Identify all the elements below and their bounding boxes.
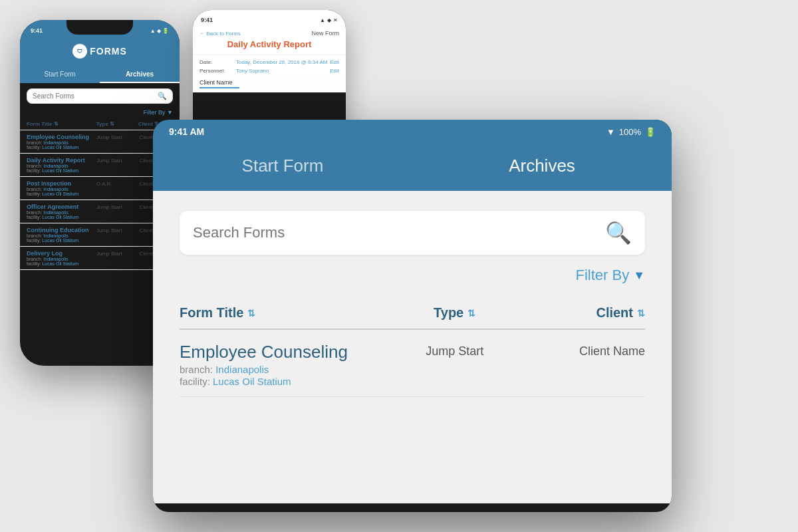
phone-left-title: FORMS [90, 46, 127, 57]
ipad-facility-value: Lucas Oil Statium [213, 376, 291, 387]
phone-row-title: Continuing Education [27, 227, 94, 233]
phone-left-col-title: Form Title ⇅ [27, 121, 96, 127]
ipad: 9:41 AM ▼ 100% 🔋 Start Form Archives 🔍 F… [153, 120, 672, 512]
phone-row-meta: branch: Indianapolis [27, 257, 94, 261]
phone-row-facility: facility: Lucas Oil Statium [27, 215, 94, 219]
phone-right-content: Date: Today, December 28, 2018 @ 8:34 AM… [193, 55, 346, 92]
phone-left-notch [66, 20, 133, 35]
phone-row-info: Employee Counseling branch: Indianapolis… [27, 134, 94, 150]
phone-row-info: Continuing Education branch: Indianapoli… [27, 227, 94, 243]
form-client-name-label: Client Name [200, 76, 339, 86]
phone-row-title: Employee Counseling [27, 134, 94, 140]
phone-row-meta: branch: Indianapolis [27, 187, 94, 192]
filter-arrow-icon: ▼ [633, 269, 645, 283]
phone-left-tabs: Start Form Archives [20, 66, 180, 83]
phone-row-info: Post Inspection branch: Indianapolis fac… [27, 180, 94, 196]
ipad-branch-value: Indianapolis [215, 364, 269, 375]
phone-row-facility: facility: Lucas Oil Statium [27, 145, 94, 150]
ipad-status-icons: ▼ 100% 🔋 [606, 127, 656, 137]
phone-row-info: Officer Agreement branch: Indianapolis f… [27, 203, 94, 219]
phone-left-filter[interactable]: Filter By ▼ [20, 109, 180, 118]
ipad-tab-start-form[interactable]: Start Form [153, 144, 412, 191]
phone-row-info: Delivery Log branch: Indianapolis facili… [27, 250, 94, 266]
battery-label: 100% [619, 127, 641, 137]
form-date-value: Today, December 28, 2018 @ 8:34 AM [236, 59, 330, 65]
phone-left-status-icons: ▲ ◆ 🔋 [150, 28, 169, 34]
form-date-label: Date: [200, 59, 236, 65]
ipad-status-bar: 9:41 AM ▼ 100% 🔋 [153, 120, 672, 144]
phone-row-title: Delivery Log [27, 250, 94, 257]
phone-right-status-icons: ▲ ◆ ✕ [320, 17, 338, 23]
phone-left-logo: 🛡 [72, 44, 87, 59]
form-personnel-row: Personnel: Tony Soprano Edit [200, 68, 339, 74]
phone-left-search-input[interactable] [33, 92, 158, 100]
phone-row-type: Jump Start [96, 227, 137, 233]
form-client-underline [200, 87, 239, 88]
phone-left-time: 9:41 [31, 27, 43, 34]
phone-left-tab-archives[interactable]: Archives [100, 66, 180, 83]
ipad-body: 🔍 Filter By ▼ Form Title ⇅ Type ⇅ Clie [153, 191, 672, 503]
phone-left-col-type: Type ⇅ [96, 121, 138, 127]
ipad-search-icon: 🔍 [605, 220, 632, 245]
phone-left-search-icon: 🔍 [158, 92, 167, 100]
phone-row-type: Jump Start [96, 250, 137, 257]
phone-row-facility: facility: Lucas Oil Statium [27, 192, 94, 196]
wifi-icon: ▼ [606, 127, 615, 137]
phone-left-logo-area: 🛡 FORMS [20, 44, 180, 59]
ipad-row-type: Jump Start [391, 342, 518, 358]
phone-right-header: ← Back to Forms New Form Daily Activity … [193, 27, 346, 55]
ipad-search-input[interactable] [193, 224, 605, 241]
phone-row-type: D.A.R. [96, 180, 137, 187]
phone-row-title: Officer Agreement [27, 203, 94, 210]
scene: 9:41 ▲ ◆ 🔋 🛡 FORMS Start Form Archives 🔍… [0, 0, 798, 532]
ipad-row-client: Client Name [518, 342, 645, 358]
phone-left-header: 🛡 FORMS [20, 39, 180, 66]
ipad-tab-archives[interactable]: Archives [412, 144, 672, 191]
phone-row-meta: branch: Indianapolis [27, 164, 94, 168]
phone-left-search-bar: 🔍 [27, 88, 173, 104]
phone-right-time: 9:41 [201, 17, 213, 23]
ipad-row-branch: branch: Indianapolis [180, 364, 391, 375]
form-personnel-edit[interactable]: Edit [330, 68, 339, 74]
form-title: Daily Activity Report [200, 37, 339, 52]
phone-row-type: Jump Start [96, 134, 137, 140]
ipad-row-title: Employee Counseling [180, 342, 391, 362]
phone-row-meta: branch: Indianapolis [27, 210, 94, 215]
ipad-filter-row: Filter By ▼ [180, 267, 645, 284]
phone-row-info: Daily Activity Report branch: Indianapol… [27, 157, 94, 173]
ipad-filter-button[interactable]: Filter By ▼ [575, 267, 645, 284]
phone-row-facility: facility: Lucas Oil Statium [27, 261, 94, 266]
back-to-forms-link[interactable]: ← Back to Forms [200, 31, 241, 37]
ipad-time: 9:41 AM [169, 126, 204, 137]
sort-icon-title: ⇅ [247, 308, 255, 319]
phone-row-type: Jump Start [96, 157, 137, 164]
phone-row-facility: facility: Lucas Oil Statium [27, 238, 94, 243]
ipad-col-client: Client ⇅ [518, 305, 645, 321]
form-date-row: Date: Today, December 28, 2018 @ 8:34 AM… [200, 59, 339, 65]
ipad-table-header: Form Title ⇅ Type ⇅ Client ⇅ [180, 300, 645, 330]
phone-row-meta: branch: Indianapolis [27, 140, 94, 145]
form-personnel-label: Personnel: [200, 68, 236, 74]
form-date-edit[interactable]: Edit [330, 59, 339, 65]
phone-row-title: Post Inspection [27, 180, 94, 187]
sort-icon-type: ⇅ [467, 308, 475, 319]
phone-right-status-bar: 9:41 ▲ ◆ ✕ [193, 10, 346, 27]
form-personnel-value: Tony Soprano [236, 68, 330, 74]
ipad-search-row: 🔍 [180, 211, 645, 255]
phone-left-tab-start-form[interactable]: Start Form [20, 66, 100, 83]
close-icon: ✕ [333, 17, 338, 23]
ipad-list-item[interactable]: Employee Counseling branch: Indianapolis… [180, 330, 645, 397]
ipad-row-facility: facility: Lucas Oil Statium [180, 376, 391, 387]
phone-row-facility: facility: Lucas Oil Statium [27, 168, 94, 173]
ipad-row-info: Employee Counseling branch: Indianapolis… [180, 342, 391, 387]
new-form-label: New Form [311, 30, 339, 37]
ipad-col-title: Form Title ⇅ [180, 305, 391, 321]
phone-row-meta: branch: Indianapolis [27, 233, 94, 238]
phone-row-title: Daily Activity Report [27, 157, 94, 164]
phone-row-type: Jump Start [96, 203, 137, 210]
ipad-col-type: Type ⇅ [391, 305, 518, 321]
battery-icon: 🔋 [645, 127, 656, 137]
ipad-filter-label: Filter By [575, 267, 629, 284]
sort-icon-client: ⇅ [637, 308, 645, 319]
ipad-tab-bar: Start Form Archives [153, 144, 672, 191]
